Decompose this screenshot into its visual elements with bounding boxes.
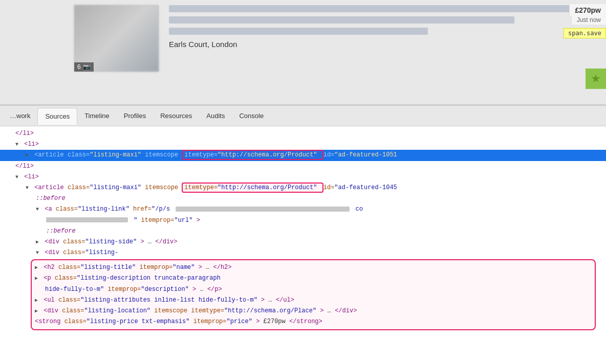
devtools-tabs: …work Sources Timeline Profiles Resource… — [0, 106, 606, 126]
span-save-badge: span.save — [564, 28, 606, 38]
tag-text: <li> — [24, 141, 39, 148]
blurred-meta — [169, 28, 428, 35]
tag-text: </li> — [15, 130, 34, 137]
tab-console[interactable]: Console — [232, 108, 271, 124]
html-line[interactable]: ▼ <a class="listing-link" href="/p/s co — [0, 204, 606, 215]
devtools-panel: …work Sources Timeline Profiles Resource… — [0, 105, 606, 364]
tab-resources[interactable]: Resources — [153, 108, 199, 124]
blurred-href — [176, 207, 350, 212]
photo-count: 6 📷 — [74, 62, 94, 72]
price-badge: £270pw — [569, 4, 606, 16]
time-badge: Just now — [571, 15, 606, 25]
html-line[interactable]: <strong class="listing-price txt-emphasi… — [35, 316, 592, 327]
html-line[interactable]: ▶ <p class="listing-description truncate… — [35, 273, 592, 284]
blurred-attr — [46, 217, 128, 222]
highlight-block-main: ▶ <h2 class="listing-title" itemprop="na… — [31, 259, 596, 330]
html-line[interactable]: </li> — [0, 161, 606, 172]
expand-icon[interactable]: ▶ — [35, 275, 40, 283]
pseudo-before: ::before — [36, 195, 66, 202]
tab-profiles[interactable]: Profiles — [117, 108, 153, 124]
html-line[interactable]: ▼ <div class="listing- — [0, 247, 606, 258]
blurred-subtitle — [169, 16, 514, 24]
expand-icon[interactable]: ▶ — [35, 264, 40, 272]
html-line[interactable]: ▶ <div class="listing-location" itemscop… — [35, 306, 592, 316]
expand-icon[interactable]: ▶ — [36, 238, 41, 246]
blurred-title — [169, 5, 579, 12]
html-line[interactable]: ▼ <article class="listing-maxi" itemscop… — [0, 183, 606, 193]
html-line[interactable]: ::before — [0, 226, 606, 237]
html-line[interactable]: ▼ <li> — [0, 172, 606, 183]
expand-icon[interactable]: ▼ — [15, 141, 20, 149]
html-line[interactable]: </li> — [0, 128, 606, 139]
preview-content: Earls Court, London — [164, 0, 606, 49]
tab-audits[interactable]: Audits — [199, 108, 232, 124]
tab-timeline[interactable]: Timeline — [77, 108, 117, 124]
tag-text: <li> — [24, 173, 39, 180]
preview-area: 6 📷 Earls Court, London £270pw Just now … — [0, 0, 606, 105]
attr-value: "listing-maxi" — [90, 151, 141, 158]
expand-icon[interactable]: ▼ — [15, 173, 20, 181]
expand-icon[interactable]: ▼ — [36, 249, 41, 257]
tag-text: </li> — [15, 163, 34, 170]
html-line[interactable]: ▶ <h2 class="listing-title" itemprop="na… — [35, 262, 592, 273]
html-line[interactable]: hide-fully-to-m" itemprop="description" … — [35, 284, 592, 295]
expand-icon[interactable]: ▼ — [36, 206, 41, 214]
tab-sources[interactable]: Sources — [37, 108, 77, 125]
property-image: 6 📷 — [74, 5, 159, 72]
html-line[interactable]: ::before — [0, 193, 606, 204]
html-line[interactable]: ▼ <li> — [0, 139, 606, 150]
html-line[interactable]: " itemprop="url" > — [0, 215, 606, 226]
pseudo-before-2: ::before — [46, 228, 76, 235]
attr-name: class= — [68, 151, 90, 158]
expand-icon[interactable]: ▼ — [26, 184, 31, 192]
tab-network[interactable]: …work — [3, 108, 37, 124]
camera-icon: 📷 — [83, 63, 91, 71]
highlight-itemtype-2: itemtype="http://schema.org/Product" — [182, 183, 323, 193]
expand-icon[interactable]: ▶ — [35, 307, 40, 315]
expand-icon[interactable]: ▶ — [35, 297, 40, 305]
save-star-button[interactable]: ★ — [586, 69, 606, 89]
star-icon: ★ — [591, 72, 601, 85]
attr-name: itemscope — [145, 151, 178, 158]
html-line-selected[interactable]: ▶ <article class="listing-maxi" itemscop… — [0, 150, 606, 161]
html-line[interactable]: ▶ <div class="listing-side" > … </div> — [0, 237, 606, 247]
tag-text: article — [38, 151, 63, 158]
highlight-itemtype-1: itemtype="http://schema.org/Product" — [182, 150, 323, 160]
expand-icon[interactable]: ▶ — [26, 151, 31, 160]
location-text: Earls Court, London — [169, 40, 601, 49]
html-line[interactable]: ▶ <ul class="listing-attributes inline-l… — [35, 295, 592, 306]
image-blur — [74, 5, 159, 72]
html-panel[interactable]: </li> ▼ <li> ▶ <article class="listing-m… — [0, 126, 606, 364]
